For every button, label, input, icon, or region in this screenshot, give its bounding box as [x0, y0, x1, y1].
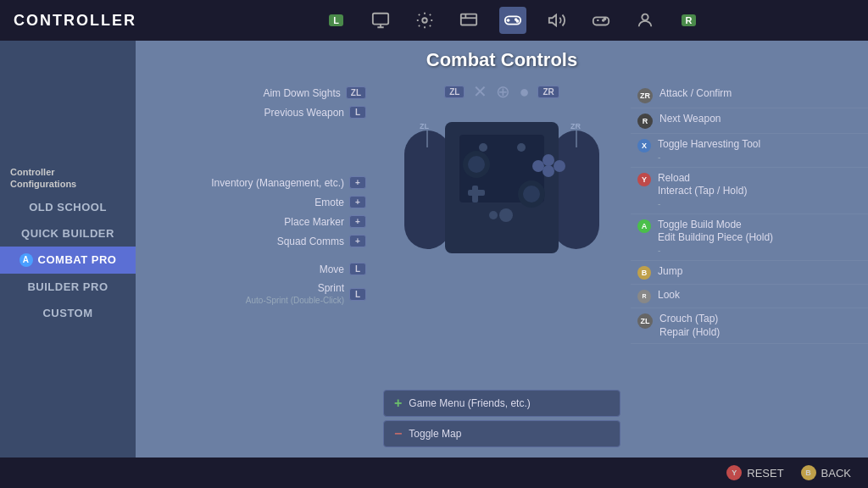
svg-point-33	[479, 143, 487, 152]
control-squad-comms: Squad Comms +	[136, 231, 373, 251]
b-button-icon: B	[801, 465, 816, 480]
control-attack-confirm: ZR Attack / Confirm	[631, 83, 868, 108]
nav-monitor-icon[interactable]	[367, 7, 394, 34]
control-sprint: SprintAuto-Sprint (Double-Click) L	[136, 279, 373, 309]
svg-rect-0	[372, 14, 387, 25]
svg-point-23	[468, 156, 485, 173]
svg-point-35	[489, 211, 498, 219]
nav-speaker-icon[interactable]	[543, 7, 570, 34]
sidebar-item-custom[interactable]: CUSTOM	[0, 300, 136, 326]
nav-l-badge[interactable]: L	[323, 7, 350, 34]
toggle-map-card: − Toggle Map	[383, 420, 620, 447]
control-previous-weapon: Previous Weapon L	[136, 103, 373, 122]
controller-svg: ZL ZR	[404, 105, 599, 266]
control-place-marker: Place Marker +	[136, 212, 373, 231]
svg-text:ZR: ZR	[570, 122, 581, 130]
control-next-weapon: R Next Weapon	[631, 108, 868, 134]
footer: Y RESET B BACK	[0, 458, 868, 488]
move-icon: ⊕	[496, 81, 510, 102]
svg-point-10	[516, 20, 518, 22]
sidebar-item-combat-pro[interactable]: COMBAT PRO	[0, 247, 136, 274]
control-look: R Look	[631, 285, 868, 308]
cross-icon: ✕	[473, 81, 487, 102]
right-controls: ZR Attack / Confirm R Next Weapon X Togg…	[631, 83, 868, 344]
svg-point-34	[499, 208, 513, 222]
nav-gear-icon[interactable]	[411, 7, 438, 34]
control-emote: Emote +	[136, 192, 373, 212]
svg-rect-18	[404, 130, 451, 249]
nav-display-icon[interactable]	[455, 7, 482, 34]
sidebar: Controller Configurations OLD SCHOOL QUI…	[0, 41, 136, 458]
nav-gamepad-icon[interactable]	[587, 7, 615, 34]
nav-user-icon[interactable]	[632, 7, 659, 34]
svg-point-14	[604, 18, 605, 19]
sidebar-item-quick-builder[interactable]: QUICK BUILDER	[0, 220, 136, 247]
svg-point-28	[542, 154, 554, 166]
sidebar-config-label: Controller Configurations	[0, 159, 136, 194]
control-aim-down-sights: Aim Down Sights ZL	[136, 83, 373, 103]
section-title: Combat Controls	[136, 49, 868, 71]
page-title: CONTROLLER	[14, 12, 136, 30]
bottom-cards: + Game Menu (Friends, etc.) − Toggle Map	[383, 390, 620, 451]
top-nav: L R	[170, 7, 854, 34]
svg-point-32	[517, 143, 526, 152]
svg-marker-11	[548, 15, 555, 26]
nav-controller-icon[interactable]	[499, 7, 526, 34]
svg-point-25	[523, 186, 540, 202]
svg-rect-12	[593, 17, 608, 25]
control-crouch: ZL Crouch (Tap) Repair (Hold)	[631, 308, 868, 344]
svg-rect-27	[472, 186, 478, 202]
svg-rect-2	[460, 14, 476, 25]
sidebar-item-builder-pro[interactable]: BUILDER PRO	[0, 274, 136, 300]
control-build-mode: A Toggle Build Mode Edit Building Piece …	[631, 214, 868, 261]
control-reload: Y Reload Interact (Tap / Hold) -	[631, 168, 868, 214]
control-move: Move L	[136, 259, 373, 279]
back-button[interactable]: B BACK	[801, 465, 851, 480]
reset-button[interactable]: Y RESET	[726, 465, 783, 480]
svg-point-17	[642, 14, 648, 20]
sidebar-item-old-school[interactable]: OLD SCHOOL	[0, 194, 136, 220]
left-controls: Aim Down Sights ZL Previous Weapon L Inv…	[136, 83, 373, 309]
game-menu-card: + Game Menu (Friends, etc.)	[383, 390, 620, 417]
top-bar: CONTROLLER L	[0, 0, 868, 41]
svg-rect-19	[553, 130, 599, 249]
nav-r-badge[interactable]: R	[676, 7, 703, 34]
svg-point-29	[554, 160, 565, 172]
main-content: Controller Configurations OLD SCHOOL QUI…	[0, 41, 868, 458]
y-button-icon: Y	[726, 465, 742, 480]
svg-point-30	[542, 165, 554, 177]
svg-point-31	[532, 160, 544, 172]
control-jump: B Jump	[631, 261, 868, 285]
control-harvesting-tool: X Toggle Harvesting Tool -	[631, 134, 868, 168]
plus-icon: +	[394, 396, 402, 411]
controller-visual: ZL ✕ ⊕ ● ZR	[396, 81, 608, 266]
circle-icon: ●	[519, 82, 529, 102]
control-inventory: Inventory (Management, etc.) +	[136, 173, 373, 192]
minus-icon: −	[394, 426, 402, 441]
svg-point-1	[422, 18, 427, 23]
svg-text:ZL: ZL	[420, 122, 429, 130]
